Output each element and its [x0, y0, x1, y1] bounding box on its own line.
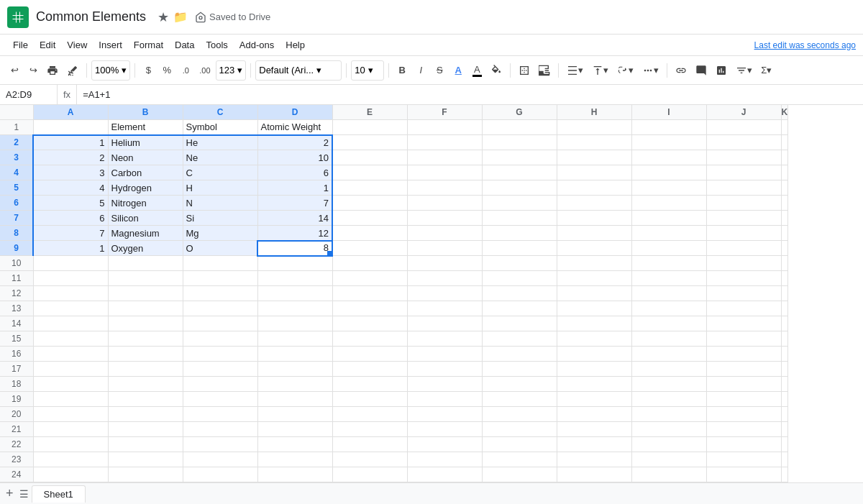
insert-chart-button[interactable]: [712, 60, 731, 81]
currency-button[interactable]: $: [140, 60, 157, 81]
cell-j4[interactable]: [706, 165, 781, 180]
cell-e8[interactable]: [332, 226, 407, 241]
cell-h15[interactable]: [557, 331, 631, 347]
cell-h18[interactable]: [557, 377, 631, 392]
cell-j2[interactable]: [706, 135, 781, 150]
cell-d12[interactable]: [257, 286, 332, 301]
text-rotate-button[interactable]: ▾: [613, 60, 637, 81]
cell-c7[interactable]: Si: [183, 211, 257, 226]
cell-g11[interactable]: [482, 271, 557, 286]
cell-i6[interactable]: [631, 196, 706, 211]
cell-d20[interactable]: [257, 407, 332, 422]
cell-a19[interactable]: [33, 392, 108, 407]
cell-j16[interactable]: [706, 347, 781, 362]
col-header-j[interactable]: J: [706, 105, 781, 120]
cell-f1[interactable]: [407, 120, 482, 135]
cell-d10[interactable]: [257, 256, 332, 271]
cell-e15[interactable]: [332, 331, 407, 347]
cell-i22[interactable]: [631, 437, 706, 452]
cell-f11[interactable]: [407, 271, 482, 286]
cell-a11[interactable]: [33, 271, 108, 286]
formula-input[interactable]: =A1+1: [77, 85, 863, 104]
cell-e18[interactable]: [332, 377, 407, 392]
redo-button[interactable]: ↪: [24, 60, 42, 81]
cell-d22[interactable]: [257, 437, 332, 452]
cell-b11[interactable]: [108, 271, 183, 286]
cell-reference[interactable]: A2:D9: [0, 85, 58, 104]
cell-k17[interactable]: [781, 362, 788, 377]
cell-b17[interactable]: [108, 362, 183, 377]
cell-b7[interactable]: Silicon: [108, 211, 183, 226]
col-header-f[interactable]: F: [407, 105, 482, 120]
valign-button[interactable]: ▾: [588, 60, 612, 81]
merge-button[interactable]: [535, 60, 554, 81]
strikethrough-button[interactable]: S: [431, 60, 448, 81]
cell-d23[interactable]: [257, 452, 332, 467]
cell-k20[interactable]: [781, 407, 788, 422]
menu-edit[interactable]: Edit: [34, 37, 61, 53]
cell-d6[interactable]: 7: [257, 196, 332, 211]
cell-a16[interactable]: [33, 347, 108, 362]
col-header-k[interactable]: K: [781, 105, 788, 120]
cell-b13[interactable]: [108, 301, 183, 316]
cell-j14[interactable]: [706, 316, 781, 331]
cell-b20[interactable]: [108, 407, 183, 422]
cell-d8[interactable]: 12: [257, 226, 332, 241]
cell-f7[interactable]: [407, 211, 482, 226]
cell-e23[interactable]: [332, 452, 407, 467]
cell-k22[interactable]: [781, 437, 788, 452]
cell-h24[interactable]: [557, 467, 631, 482]
cell-k7[interactable]: [781, 211, 788, 226]
cell-b4[interactable]: Carbon: [108, 165, 183, 180]
insert-comment-button[interactable]: [692, 60, 711, 81]
cell-k1[interactable]: [781, 120, 788, 135]
cell-j8[interactable]: [706, 226, 781, 241]
paint-format-button[interactable]: [63, 60, 82, 81]
cell-b1[interactable]: Element: [108, 120, 183, 135]
cell-a3[interactable]: 2: [33, 150, 108, 165]
cell-i1[interactable]: [631, 120, 706, 135]
menu-data[interactable]: Data: [169, 37, 200, 53]
cell-c24[interactable]: [183, 467, 257, 482]
col-header-h[interactable]: H: [557, 105, 631, 120]
cell-b5[interactable]: Hydrogen: [108, 180, 183, 196]
cell-c6[interactable]: N: [183, 196, 257, 211]
cell-g2[interactable]: [482, 135, 557, 150]
cell-c19[interactable]: [183, 392, 257, 407]
cell-j17[interactable]: [706, 362, 781, 377]
underline-button[interactable]: A: [449, 60, 467, 81]
cell-i5[interactable]: [631, 180, 706, 196]
cell-e19[interactable]: [332, 392, 407, 407]
cell-g14[interactable]: [482, 316, 557, 331]
cell-c20[interactable]: [183, 407, 257, 422]
cell-c9[interactable]: O: [183, 241, 257, 256]
cell-h14[interactable]: [557, 316, 631, 331]
cell-c5[interactable]: H: [183, 180, 257, 196]
cell-h2[interactable]: [557, 135, 631, 150]
cell-k8[interactable]: [781, 226, 788, 241]
cell-k18[interactable]: [781, 377, 788, 392]
cell-c8[interactable]: Mg: [183, 226, 257, 241]
cell-h17[interactable]: [557, 362, 631, 377]
cell-d18[interactable]: [257, 377, 332, 392]
cell-c1[interactable]: Symbol: [183, 120, 257, 135]
cell-g17[interactable]: [482, 362, 557, 377]
menu-addons[interactable]: Add-ons: [234, 37, 280, 53]
bold-button[interactable]: B: [393, 60, 411, 81]
cell-a2[interactable]: 1: [33, 135, 108, 150]
cell-i2[interactable]: [631, 135, 706, 150]
cell-j12[interactable]: [706, 286, 781, 301]
cell-e2[interactable]: [332, 135, 407, 150]
cell-i14[interactable]: [631, 316, 706, 331]
undo-button[interactable]: ↩: [6, 60, 23, 81]
cell-j5[interactable]: [706, 180, 781, 196]
cell-e10[interactable]: [332, 256, 407, 271]
cell-e21[interactable]: [332, 422, 407, 437]
cell-g13[interactable]: [482, 301, 557, 316]
cell-c23[interactable]: [183, 452, 257, 467]
cell-f3[interactable]: [407, 150, 482, 165]
cell-a15[interactable]: [33, 331, 108, 347]
cell-g6[interactable]: [482, 196, 557, 211]
cell-d11[interactable]: [257, 271, 332, 286]
cell-j1[interactable]: [706, 120, 781, 135]
